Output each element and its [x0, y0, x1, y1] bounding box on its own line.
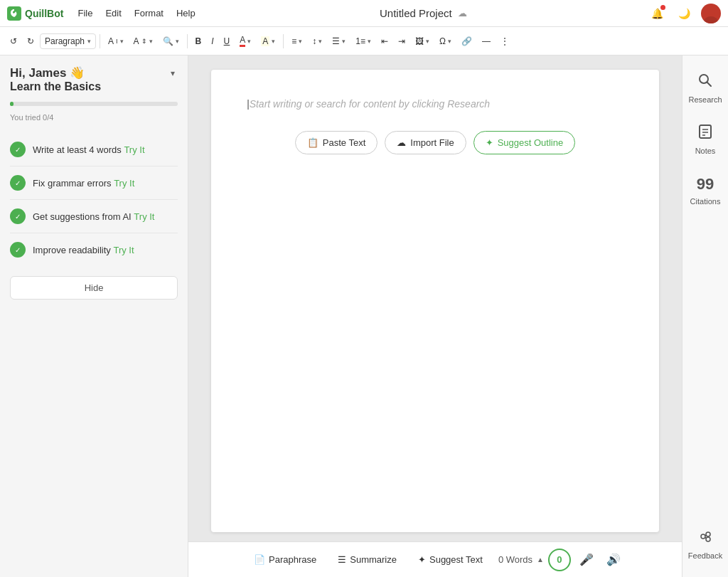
chevron-down-icon: ▾: [120, 38, 124, 45]
font-color-btn[interactable]: A ▾: [235, 31, 255, 51]
notes-icon: [698, 124, 712, 143]
italic-btn[interactable]: I: [207, 31, 218, 51]
menu-format[interactable]: Format: [130, 6, 168, 20]
citations-label: Citations: [690, 197, 721, 206]
task-item-4: ✓ Improve readability Try It: [10, 233, 178, 266]
feedback-btn[interactable]: Feedback: [682, 519, 728, 570]
research-label: Research: [688, 95, 722, 104]
collapse-btn[interactable]: ▾: [168, 65, 178, 81]
notes-btn[interactable]: Notes: [682, 114, 728, 165]
notes-label: Notes: [695, 147, 716, 155]
progress-bar-fill: [10, 102, 14, 106]
citations-btn[interactable]: 99 Citations: [682, 165, 728, 216]
redo-btn[interactable]: ↻: [23, 31, 38, 51]
chevron-down-icon: ▾: [176, 38, 179, 45]
hr-btn[interactable]: —: [478, 31, 495, 51]
editor-column: |Start writing or search for content by …: [188, 55, 682, 577]
summarize-btn[interactable]: ☰ Summarize: [329, 550, 405, 569]
quillbot-logo-icon: [7, 6, 21, 21]
paraphrase-icon: 📄: [254, 554, 265, 565]
svg-rect-4: [700, 125, 711, 138]
word-count-text: 0 Words: [498, 554, 532, 565]
bullet-list-btn[interactable]: ☰ ▾: [328, 31, 350, 51]
logo-text: QuillBot: [25, 8, 63, 19]
chevron-down-icon: ▾: [448, 38, 451, 45]
progress-bar-bg: [10, 102, 178, 106]
editor-area: |Start writing or search for content by …: [188, 55, 682, 541]
task-check-icon-2: ✓: [10, 175, 26, 191]
more-btn[interactable]: ⋮: [496, 31, 513, 51]
try-it-btn-4[interactable]: Try It: [113, 245, 134, 255]
title-area: Untitled Project ☁: [204, 7, 643, 19]
try-it-btn-1[interactable]: Try It: [124, 144, 144, 155]
chevron-down-icon: ▾: [272, 38, 275, 45]
chevron-down-icon: ▾: [87, 38, 91, 45]
feedback-label: Feedback: [688, 551, 722, 560]
task-item-2: ✓ Fix grammar errors Try It: [10, 166, 178, 200]
special-char-btn[interactable]: Ω ▾: [435, 31, 456, 51]
bold-btn[interactable]: B: [191, 31, 206, 51]
editor-placeholder: |Start writing or search for content by …: [247, 98, 623, 110]
progress-section: You tried 0/4: [10, 102, 178, 123]
citations-number: 99: [697, 175, 714, 194]
spellcheck-btn[interactable]: 🔍 ▾: [159, 31, 183, 51]
task-label-4: Improve readability Try It: [33, 245, 178, 255]
align-btn[interactable]: ≡ ▾: [287, 31, 306, 51]
summarize-icon: ☰: [338, 554, 346, 565]
research-btn[interactable]: Research: [682, 63, 728, 114]
upload-icon: ☁: [397, 137, 406, 148]
highlight-btn[interactable]: A ▾: [257, 31, 279, 51]
link-btn[interactable]: 🔗: [457, 31, 476, 51]
progress-text: You tried 0/4: [10, 113, 53, 122]
try-it-btn-3[interactable]: Try It: [134, 211, 154, 222]
chevron-up-icon: ▲: [537, 556, 544, 563]
word-counter-circle[interactable]: 0: [548, 549, 571, 571]
task-check-icon-3: ✓: [10, 208, 26, 224]
user-avatar[interactable]: [701, 4, 721, 23]
chevron-down-icon: ▾: [342, 38, 346, 45]
word-count-area[interactable]: 0 Words ▲: [498, 554, 544, 565]
menu-edit[interactable]: Edit: [101, 6, 125, 20]
suggest-text-btn[interactable]: ✦ Suggest Text: [410, 550, 491, 569]
svg-line-3: [707, 83, 712, 87]
suggest-outline-btn[interactable]: ✦ Suggest Outline: [473, 131, 576, 154]
undo-btn[interactable]: ↺: [6, 31, 21, 51]
paste-text-btn[interactable]: 📋 Paste Text: [295, 131, 378, 154]
main-layout: Hi, James 👋 Learn the Basics ▾ You tried…: [0, 55, 728, 577]
menu-help[interactable]: Help: [172, 6, 200, 20]
line-spacing-btn[interactable]: ↕ ▾: [308, 31, 326, 51]
microphone-btn[interactable]: 🎤: [575, 549, 598, 571]
paraphrase-btn[interactable]: 📄 Paraphrase: [245, 550, 325, 569]
toolbar: ↺ ↻ Paragraph ▾ AI ▾ A⇕ ▾ 🔍 ▾ B I U A ▾ …: [0, 27, 728, 55]
import-file-btn[interactable]: ☁ Import File: [385, 131, 466, 154]
chevron-down-icon: ▾: [426, 38, 429, 45]
indent-decrease-btn[interactable]: ⇤: [377, 31, 392, 51]
header-actions: 🔔 🌙: [647, 4, 721, 23]
dark-mode-icon[interactable]: 🌙: [674, 4, 694, 23]
font-adjust-btn[interactable]: A⇕ ▾: [129, 31, 157, 51]
numbered-list-btn[interactable]: 1≡ ▾: [351, 31, 375, 51]
paragraph-style-select[interactable]: Paragraph ▾: [40, 33, 96, 49]
bottom-bar: 📄 Paraphrase ☰ Summarize ✦ Suggest Text …: [188, 541, 682, 577]
svg-line-12: [705, 537, 707, 539]
speaker-btn[interactable]: 🔊: [602, 549, 625, 571]
task-item-3: ✓ Get suggestions from AI Try It: [10, 200, 178, 233]
chevron-down-icon: ▾: [299, 38, 302, 45]
font-size-btn[interactable]: AI ▾: [104, 31, 128, 51]
document-canvas[interactable]: |Start writing or search for content by …: [211, 70, 659, 532]
hide-btn[interactable]: Hide: [10, 276, 178, 300]
suggest-text-icon: ✦: [418, 554, 426, 565]
menu-file[interactable]: File: [73, 6, 97, 20]
indent-increase-btn[interactable]: ⇥: [394, 31, 410, 51]
learn-basics-text: Learn the Basics: [10, 80, 101, 93]
try-it-btn-2[interactable]: Try It: [114, 178, 134, 189]
research-icon: [697, 73, 713, 92]
cloud-icon: ☁: [458, 8, 467, 18]
image-btn[interactable]: 🖼 ▾: [411, 31, 434, 51]
notification-icon[interactable]: 🔔: [647, 4, 667, 23]
underline-btn[interactable]: U: [220, 31, 235, 51]
document-title[interactable]: Untitled Project: [380, 7, 452, 19]
svg-point-8: [701, 534, 705, 539]
chevron-down-icon: ▾: [318, 38, 322, 45]
sidebar-title-group: Hi, James 👋 Learn the Basics: [10, 65, 101, 93]
